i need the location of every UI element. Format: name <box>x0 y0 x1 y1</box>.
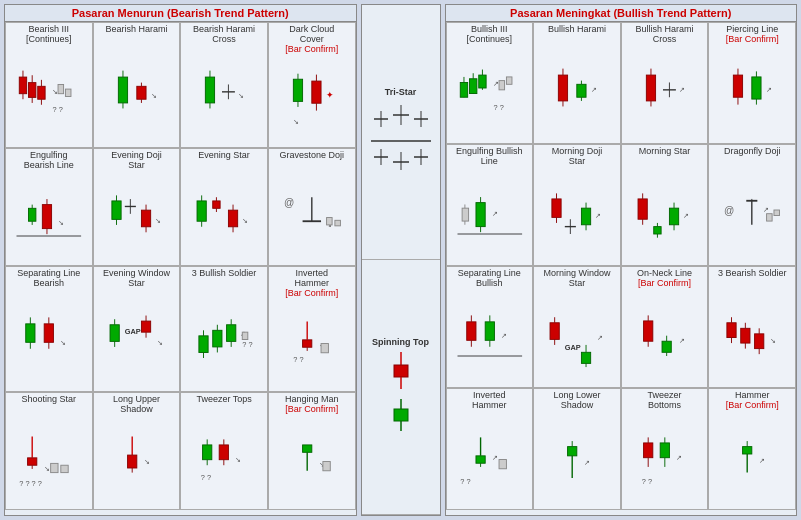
svg-rect-188 <box>475 203 484 227</box>
svg-text:? ?: ? ? <box>293 355 303 364</box>
svg-rect-266 <box>660 443 669 458</box>
pattern-engulfing-bullish: Engulfing BullishLine ↗ <box>446 144 534 266</box>
svg-text:↗: ↗ <box>491 453 497 462</box>
pattern-separating-bearish: Separating LineBearish ↘ <box>5 266 93 392</box>
svg-rect-70 <box>26 324 35 342</box>
svg-text:↗: ↗ <box>595 211 601 220</box>
svg-text:↘: ↘ <box>44 464 50 473</box>
svg-rect-209 <box>669 208 678 225</box>
svg-text:↘: ↘ <box>60 338 66 347</box>
pattern-tweezer-tops: Tweezer Tops ↘ ? ? <box>180 392 268 510</box>
svg-rect-68 <box>335 220 341 226</box>
svg-rect-259 <box>568 447 577 456</box>
pattern-bearish-harami: Bearish Harami ↘ <box>93 22 181 148</box>
svg-rect-256 <box>499 460 506 469</box>
svg-rect-184 <box>462 208 468 221</box>
svg-rect-167 <box>577 84 586 97</box>
svg-rect-124 <box>323 461 330 470</box>
svg-rect-77 <box>110 325 119 342</box>
svg-rect-110 <box>127 455 136 468</box>
svg-text:↗: ↗ <box>766 85 772 94</box>
svg-text:? ?: ? ? <box>53 105 63 114</box>
pattern-long-upper-shadow: Long UpperShadow ↘ <box>93 392 181 510</box>
svg-text:↗: ↗ <box>678 336 684 345</box>
svg-rect-223 <box>485 322 494 340</box>
svg-text:↗: ↗ <box>584 458 590 467</box>
pattern-piercing-line: Piercing Line[Bar Confirm] ↗ <box>708 22 796 144</box>
svg-text:↗: ↗ <box>683 211 689 220</box>
svg-text:? ? ? ?: ? ? ? ? <box>19 478 42 487</box>
svg-text:GAP: GAP <box>124 327 140 336</box>
spinning-top-label: Spinning Top <box>372 337 429 347</box>
svg-text:↗: ↗ <box>676 453 682 462</box>
pattern-dragonfly-doji: Dragonfly Doji @ ↗ <box>708 144 796 266</box>
main-container: Pasaran Menurun (Bearish Trend Pattern) … <box>0 0 801 520</box>
svg-rect-31 <box>312 81 321 103</box>
svg-rect-85 <box>199 336 208 353</box>
svg-rect-97 <box>302 340 311 347</box>
pattern-hanging-man: Hanging Man[Bar Confirm] ↘ <box>268 392 356 510</box>
bearish-panel: Pasaran Menurun (Bearish Trend Pattern) … <box>4 4 357 516</box>
svg-rect-50 <box>141 210 150 227</box>
svg-rect-181 <box>752 77 761 99</box>
svg-text:? ?: ? ? <box>243 340 253 349</box>
svg-rect-206 <box>653 227 660 234</box>
svg-text:↘: ↘ <box>771 336 777 345</box>
svg-rect-121 <box>302 445 311 452</box>
svg-text:↘: ↘ <box>144 457 150 466</box>
pattern-dark-cloud-cover: Dark CloudCover[Bar Confirm] ✦ ↘ <box>268 22 356 148</box>
svg-rect-57 <box>213 201 220 208</box>
svg-rect-14 <box>118 77 127 103</box>
svg-rect-164 <box>558 75 567 101</box>
pattern-gravestone-doji: Gravestone Doji @ ↘ <box>268 148 356 266</box>
tri-star-label: Tri-Star <box>385 87 417 97</box>
svg-rect-239 <box>662 341 671 352</box>
svg-rect-232 <box>582 352 591 363</box>
svg-rect-199 <box>582 208 591 225</box>
svg-text:? ?: ? ? <box>460 477 470 486</box>
svg-rect-243 <box>727 323 736 338</box>
svg-rect-11 <box>65 89 71 96</box>
pattern-long-lower-shadow: Long LowerShadow ↗ <box>533 388 621 510</box>
svg-rect-246 <box>741 328 750 343</box>
svg-text:✦: ✦ <box>326 89 334 99</box>
bullish-header: Pasaran Meningkat (Bullish Trend Pattern… <box>446 5 797 22</box>
pattern-tweezer-bottoms: TweezerBottoms ↗ ? ? <box>621 388 709 510</box>
svg-text:GAP: GAP <box>565 343 581 352</box>
svg-text:? ?: ? ? <box>201 473 211 482</box>
svg-rect-171 <box>646 75 655 101</box>
svg-text:@: @ <box>724 205 734 216</box>
svg-text:↘: ↘ <box>243 216 249 225</box>
svg-rect-236 <box>643 321 652 341</box>
svg-rect-117 <box>219 445 228 460</box>
pattern-morning-star: Morning Star ↗ <box>621 144 709 266</box>
svg-rect-7 <box>38 86 45 99</box>
bearish-header: Pasaran Menurun (Bearish Trend Pattern) <box>5 5 356 22</box>
bullish-panel: Pasaran Meningkat (Bullish Trend Pattern… <box>445 4 798 516</box>
pattern-3-bearish-soldier: 3 Bearish Soldier ↘ <box>708 266 796 388</box>
svg-rect-178 <box>734 75 743 97</box>
svg-text:↗: ↗ <box>597 333 603 342</box>
svg-rect-217 <box>767 214 773 221</box>
svg-rect-271 <box>743 447 752 454</box>
svg-rect-67 <box>326 217 332 224</box>
svg-rect-220 <box>466 322 475 340</box>
svg-rect-21 <box>206 77 215 103</box>
svg-text:↘: ↘ <box>238 91 244 100</box>
svg-rect-203 <box>638 199 647 219</box>
svg-text:↘: ↘ <box>157 338 163 347</box>
middle-panel: Tri-Star <box>361 4 441 516</box>
svg-rect-161 <box>506 77 512 84</box>
svg-rect-91 <box>227 325 236 342</box>
svg-text:↘: ↘ <box>155 216 161 225</box>
svg-rect-154 <box>469 79 476 94</box>
svg-rect-145 <box>394 365 408 377</box>
svg-rect-100 <box>321 343 328 352</box>
svg-rect-107 <box>61 465 68 472</box>
svg-rect-1 <box>19 77 26 94</box>
pattern-morning-doji-star: Morning DojiStar ↗ <box>533 144 621 266</box>
pattern-inverted-hammer-b: InvertedHammer[Bar Confirm] ↘ ? ? <box>268 266 356 392</box>
svg-rect-81 <box>141 321 150 332</box>
svg-rect-157 <box>478 75 485 88</box>
pattern-hammer: Hammer[Bar Confirm] ↗ <box>708 388 796 510</box>
